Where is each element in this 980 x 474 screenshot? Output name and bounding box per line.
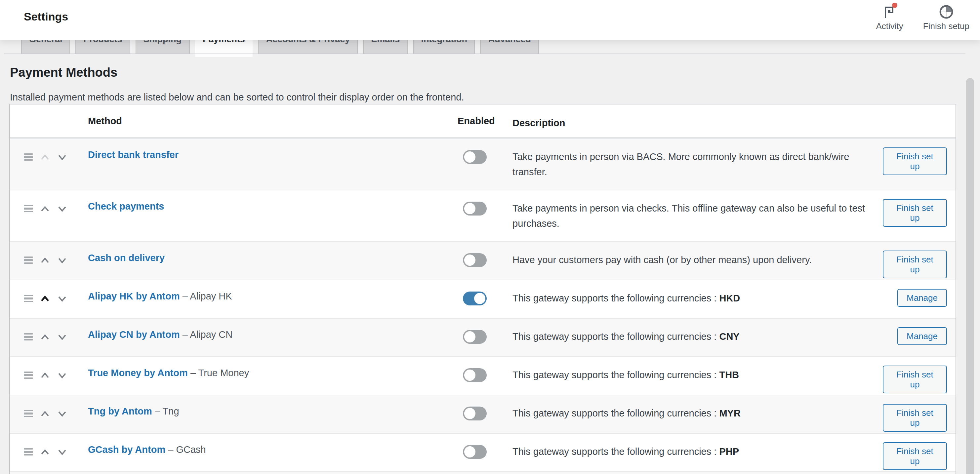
enabled-column-header: Enabled xyxy=(458,105,512,137)
vertical-scrollbar[interactable] xyxy=(966,78,974,474)
finish-setup-label: Finish setup xyxy=(923,21,969,31)
method-column-header: Method xyxy=(88,105,458,137)
toggle-knob xyxy=(464,446,476,458)
method-description: This gateway supports the following curr… xyxy=(512,395,883,433)
page-title: Settings xyxy=(24,11,68,24)
finish-setup-button[interactable]: Finish setup xyxy=(923,4,969,31)
activity-button[interactable]: Activity xyxy=(876,4,903,31)
move-down-icon[interactable] xyxy=(57,153,67,162)
table-row: Alipay CN by Antom – Alipay CN This gate… xyxy=(10,318,956,356)
method-link[interactable]: Check payments xyxy=(88,201,164,212)
toggle-knob xyxy=(464,408,476,419)
drag-handle-icon[interactable] xyxy=(24,295,33,302)
table-row-partial xyxy=(10,471,956,474)
move-down-icon[interactable] xyxy=(57,204,67,213)
move-up-icon[interactable] xyxy=(40,332,50,342)
drag-handle-icon[interactable] xyxy=(24,333,33,340)
payment-methods-table: Method Enabled Description Direct bank t… xyxy=(9,104,956,474)
toggle-knob xyxy=(474,293,485,304)
enabled-toggle[interactable] xyxy=(463,150,487,164)
action-column-header xyxy=(883,105,956,137)
setup-button[interactable]: Finish set up xyxy=(883,251,947,278)
method-link[interactable]: True Money by Antom xyxy=(88,367,188,378)
drag-handle-icon[interactable] xyxy=(24,410,33,417)
move-down-icon[interactable] xyxy=(57,371,67,380)
method-description: Have your customers pay with cash (or by… xyxy=(512,242,883,280)
method-description: This gateway supports the following curr… xyxy=(512,280,883,318)
toggle-knob xyxy=(464,203,476,214)
enabled-toggle[interactable] xyxy=(463,407,487,420)
enabled-toggle[interactable] xyxy=(463,368,487,382)
method-link[interactable]: Alipay CN by Antom xyxy=(88,329,180,340)
toggle-knob xyxy=(464,254,476,266)
move-down-icon[interactable] xyxy=(57,447,67,457)
method-suffix: – GCash xyxy=(165,444,206,455)
move-up-icon[interactable] xyxy=(40,204,50,213)
table-row: Alipay HK by Antom – Alipay HK This gate… xyxy=(10,280,956,318)
setup-button[interactable]: Finish set up xyxy=(883,404,947,432)
method-description: Take payments in person via BACS. More c… xyxy=(512,139,883,190)
toggle-knob xyxy=(464,331,476,342)
table-row: Tng by Antom – Tng This gateway supports… xyxy=(10,394,956,433)
section-intro: Installed payment methods are listed bel… xyxy=(10,92,464,102)
move-up-icon[interactable] xyxy=(40,447,50,457)
method-link[interactable]: GCash by Antom xyxy=(88,444,165,455)
method-description: This gateway supports the following curr… xyxy=(512,357,883,394)
drag-handle-icon[interactable] xyxy=(24,448,33,455)
currency-code: MYR xyxy=(719,408,740,418)
table-row: Cash on delivery Have your customers pay… xyxy=(10,241,956,280)
move-up-icon[interactable] xyxy=(40,409,50,418)
enabled-toggle[interactable] xyxy=(463,330,487,344)
setup-button[interactable]: Finish set up xyxy=(883,148,947,175)
admin-header: Settings Activity xyxy=(0,0,980,40)
finish-setup-pie-icon xyxy=(938,4,954,20)
method-description: This gateway supports the following curr… xyxy=(512,319,883,356)
drag-handle-icon[interactable] xyxy=(24,153,33,161)
move-down-icon[interactable] xyxy=(57,332,67,342)
move-down-icon[interactable] xyxy=(57,294,67,304)
method-link[interactable]: Direct bank transfer xyxy=(88,150,178,160)
method-link[interactable]: Cash on delivery xyxy=(88,253,165,263)
table-row: Check payments Take payments in person v… xyxy=(10,190,956,241)
currency-code: PHP xyxy=(719,446,739,457)
activity-label: Activity xyxy=(876,21,903,31)
drag-handle-icon[interactable] xyxy=(24,256,33,264)
currency-code: CNY xyxy=(719,331,739,342)
toggle-knob xyxy=(464,151,476,162)
setup-button[interactable]: Finish set up xyxy=(883,199,947,227)
move-up-icon[interactable] xyxy=(40,256,50,265)
method-suffix: – True Money xyxy=(188,367,249,378)
table-row: GCash by Antom – GCash This gateway supp… xyxy=(10,433,956,471)
description-column-header: Description xyxy=(512,105,883,137)
method-description: This gateway supports the following curr… xyxy=(512,434,883,471)
move-down-icon[interactable] xyxy=(57,256,67,265)
move-up-icon[interactable] xyxy=(40,294,50,304)
drag-handle-icon[interactable] xyxy=(24,372,33,379)
enabled-toggle[interactable] xyxy=(463,253,487,267)
table-row: Direct bank transfer Take payments in pe… xyxy=(10,138,956,190)
move-down-icon[interactable] xyxy=(57,409,67,418)
method-link[interactable]: Tng by Antom xyxy=(88,406,152,417)
manage-button[interactable]: Manage xyxy=(897,327,947,345)
enabled-toggle[interactable] xyxy=(463,291,487,305)
toggle-knob xyxy=(464,369,476,381)
drag-handle-icon[interactable] xyxy=(24,205,33,212)
enabled-toggle[interactable] xyxy=(463,202,487,216)
sort-column-header xyxy=(10,105,88,137)
move-up-icon[interactable] xyxy=(40,371,50,380)
table-row: True Money by Antom – True Money This ga… xyxy=(10,356,956,394)
enabled-toggle[interactable] xyxy=(463,445,487,459)
settings-page: GeneralProductsShippingPaymentsAccounts … xyxy=(0,0,980,474)
activity-flag-icon xyxy=(882,4,898,20)
table-header-row: Method Enabled Description xyxy=(10,105,956,138)
method-link[interactable]: Alipay HK by Antom xyxy=(88,291,180,301)
section-heading: Payment Methods xyxy=(10,65,118,80)
setup-button[interactable]: Finish set up xyxy=(883,366,947,393)
setup-button[interactable]: Finish set up xyxy=(883,442,947,470)
move-up-icon[interactable] xyxy=(40,153,50,162)
manage-button[interactable]: Manage xyxy=(897,289,947,307)
method-suffix: – Alipay CN xyxy=(180,329,233,340)
method-description: Take payments in person via checks. This… xyxy=(512,190,883,241)
method-suffix: – Alipay HK xyxy=(180,291,232,301)
tab-bar-divider xyxy=(4,54,966,54)
